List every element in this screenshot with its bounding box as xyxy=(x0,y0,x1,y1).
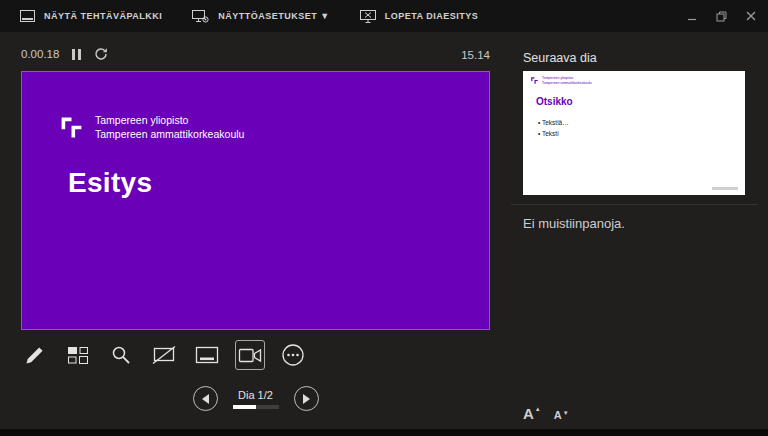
zoom-slide-button[interactable] xyxy=(106,340,136,370)
end-slideshow-label: LOPETA DIAESITYS xyxy=(385,11,479,21)
org-line1: Tampereen yliopisto xyxy=(95,114,244,128)
thumbnail-footer-mark xyxy=(712,187,738,190)
window-controls xyxy=(685,0,758,32)
camera-button[interactable] xyxy=(235,340,265,370)
previous-arrow-icon xyxy=(200,393,211,405)
thumbnail-logo-block: Tampereen yliopisto Tampereen ammattikor… xyxy=(530,76,592,85)
increase-font-button[interactable]: A ▲ xyxy=(519,404,545,423)
current-slide[interactable]: Tampereen yliopisto Tampereen ammattikor… xyxy=(21,71,490,330)
notes-font-controls: A ▲ A ▼ xyxy=(519,404,573,423)
next-slide-bullet-2: Teksti xyxy=(538,128,569,139)
timer-row: 0.00.18 xyxy=(21,47,108,61)
camera-icon xyxy=(238,347,262,364)
slide-counter: Dia 1/2 xyxy=(233,389,279,409)
more-options-button[interactable] xyxy=(278,340,308,370)
slide-title: Esitys xyxy=(68,167,152,199)
next-slide-bullet-1: Tekstiä… xyxy=(538,117,569,128)
taskbar-icon xyxy=(20,10,35,22)
slide-org-text: Tampereen yliopisto Tampereen ammattikor… xyxy=(95,114,244,141)
display-settings-button[interactable]: NÄYTTÖASETUKSET ▼ xyxy=(192,10,329,23)
next-slide-panel: Seuraava dia Tampereen yliopisto Tampere… xyxy=(511,32,768,436)
restore-icon xyxy=(716,11,727,22)
slide-logo-block: Tampereen yliopisto Tampereen ammattikor… xyxy=(58,114,244,141)
display-settings-label: NÄYTTÖASETUKSET ▼ xyxy=(218,11,329,21)
restart-timer-button[interactable] xyxy=(94,47,108,61)
decrease-font-letter: A xyxy=(554,410,562,421)
minimize-button[interactable] xyxy=(685,9,699,23)
see-all-slides-button[interactable] xyxy=(63,340,93,370)
thumbnail-org-text: Tampereen yliopisto Tampereen ammattikor… xyxy=(542,76,592,85)
thumbnail-org-line2: Tampereen ammattikorkeakoulu xyxy=(542,81,592,86)
next-slide-thumbnail[interactable]: Tampereen yliopisto Tampereen ammattikor… xyxy=(523,71,745,195)
next-slide-bullets: Tekstiä… Teksti xyxy=(538,117,569,140)
blank-screen-icon xyxy=(152,345,176,365)
ellipsis-icon xyxy=(281,343,305,367)
org-line2: Tampereen ammattikorkeakoulu xyxy=(95,128,244,142)
restore-button[interactable] xyxy=(714,9,729,24)
next-slide-header: Seuraava dia xyxy=(523,51,597,65)
notes-area: Ei muistiinpanoja. xyxy=(511,204,758,231)
restart-icon xyxy=(94,47,108,61)
subtitles-icon xyxy=(195,346,219,365)
decrease-font-button[interactable]: A ▼ xyxy=(550,408,573,423)
next-slide-title: Otsikko xyxy=(536,96,573,107)
end-slideshow-button[interactable]: LOPETA DIAESITYS xyxy=(360,10,479,23)
next-arrow-icon xyxy=(301,393,312,405)
tampere-logo-small-icon xyxy=(530,76,539,85)
tampere-logo-icon xyxy=(58,114,85,141)
caret-up-icon: ▲ xyxy=(535,406,541,412)
pause-icon xyxy=(72,49,81,60)
slide-progress-fill xyxy=(233,405,256,409)
next-slide-button[interactable] xyxy=(294,386,319,411)
elapsed-time: 0.00.18 xyxy=(21,48,59,60)
end-slideshow-icon xyxy=(360,10,376,23)
pen-tool-button[interactable] xyxy=(20,340,50,370)
notes-placeholder: Ei muistiinpanoja. xyxy=(523,216,625,231)
pause-timer-button[interactable] xyxy=(72,49,81,60)
caret-down-icon: ▼ xyxy=(563,410,569,416)
black-screen-button[interactable] xyxy=(149,340,179,370)
minimize-icon xyxy=(687,11,697,21)
topbar: NÄYTÄ TEHTÄVÄPALKKI NÄYTTÖASETUKSET ▼ LO… xyxy=(0,0,768,32)
subtitles-button[interactable] xyxy=(192,340,222,370)
increase-font-letter: A xyxy=(523,406,534,421)
presenter-view: NÄYTÄ TEHTÄVÄPALKKI NÄYTTÖASETUKSET ▼ LO… xyxy=(0,0,768,436)
clock-time: 15.14 xyxy=(461,49,490,61)
magnifier-icon xyxy=(110,344,132,366)
slide-grid-icon xyxy=(67,344,89,366)
pen-icon xyxy=(24,344,46,366)
display-settings-icon xyxy=(192,10,209,23)
show-taskbar-button[interactable]: NÄYTÄ TEHTÄVÄPALKKI xyxy=(20,10,162,22)
show-taskbar-label: NÄYTÄ TEHTÄVÄPALKKI xyxy=(44,11,162,21)
slide-progress-bar xyxy=(233,405,279,409)
close-button[interactable] xyxy=(744,9,758,23)
presenter-toolbar xyxy=(20,340,308,370)
close-icon xyxy=(746,11,756,21)
slide-counter-label: Dia 1/2 xyxy=(238,389,273,401)
previous-slide-button[interactable] xyxy=(193,386,218,411)
slide-navigation: Dia 1/2 xyxy=(0,386,511,411)
window-bottom-edge xyxy=(0,429,768,436)
